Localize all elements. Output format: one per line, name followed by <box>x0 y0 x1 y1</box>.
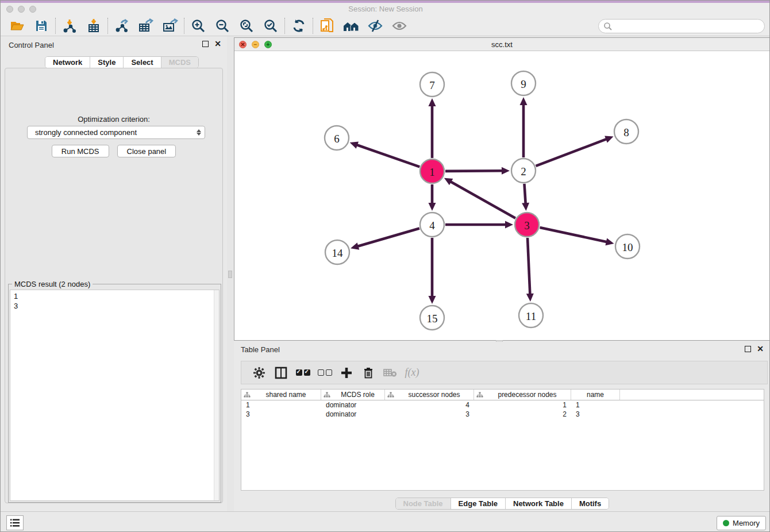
table-cell[interactable]: dominator <box>321 400 385 410</box>
zoom-fit-button[interactable] <box>234 17 259 35</box>
refresh-view-button[interactable] <box>287 17 311 35</box>
import-network-icon <box>62 18 77 33</box>
add-column-button[interactable] <box>336 363 357 383</box>
column-header-mcds-role[interactable]: MCDS role <box>321 390 385 400</box>
search-field[interactable] <box>598 19 765 33</box>
column-tree-icon <box>324 392 330 398</box>
delete-column-button[interactable] <box>357 363 379 383</box>
graph-node-2[interactable]: 2 <box>511 159 536 183</box>
column-header-name[interactable]: name <box>571 390 620 400</box>
table-cell[interactable]: 3 <box>241 410 321 419</box>
divider-grip[interactable] <box>228 271 232 278</box>
export-table-button[interactable] <box>134 17 158 35</box>
table-tab-network-table[interactable]: Network Table <box>505 498 571 509</box>
table-cell[interactable]: 3 <box>385 410 474 419</box>
graph-node-14[interactable]: 14 <box>325 240 349 264</box>
deselect-all-checkboxes-button[interactable] <box>314 363 336 383</box>
graph-node-8[interactable]: 8 <box>614 119 638 144</box>
select-all-checkboxes-button[interactable] <box>292 363 314 383</box>
zoom-in-button[interactable] <box>186 17 210 35</box>
refresh-icon <box>291 18 306 33</box>
table-cell[interactable]: 1 <box>571 400 620 410</box>
save-session-button[interactable] <box>29 17 53 35</box>
edge-arrowhead-icon <box>350 141 359 148</box>
graph-edge-2-8[interactable] <box>536 138 608 165</box>
column-header-predecessor-nodes[interactable]: predecessor nodes <box>474 390 571 400</box>
birds-eye-view-button[interactable] <box>339 17 363 35</box>
graph-node-1[interactable]: 1 <box>420 159 444 183</box>
open-session-button[interactable] <box>5 17 29 35</box>
node-table: shared nameMCDS rolesuccessor nodesprede… <box>241 389 764 491</box>
control-tab-network[interactable]: Network <box>45 57 90 68</box>
run-mcds-button[interactable]: Run MCDS <box>52 145 109 157</box>
control-tab-select[interactable]: Select <box>123 57 160 68</box>
export-network-button[interactable] <box>110 17 134 35</box>
zoom-selected-button[interactable] <box>259 17 283 35</box>
graph-node-3[interactable]: 3 <box>515 213 539 237</box>
graph-edge-4-14[interactable] <box>357 228 419 246</box>
split-columns-button[interactable] <box>270 363 292 383</box>
float-panel-icon[interactable] <box>202 41 209 47</box>
import-network-button[interactable] <box>57 17 82 35</box>
eye-slash-icon <box>367 19 383 33</box>
close-table-panel-icon[interactable]: ✕ <box>757 346 764 352</box>
show-panels-button[interactable] <box>6 515 24 530</box>
graph-node-4[interactable]: 4 <box>420 213 444 237</box>
network-canvas[interactable]: 7968124314101511 <box>234 51 769 340</box>
column-header-successor-nodes[interactable]: successor nodes <box>385 390 474 400</box>
memory-button[interactable]: Memory <box>717 516 766 530</box>
table-cell[interactable]: 2 <box>474 410 571 419</box>
panel-divider[interactable] <box>227 36 234 511</box>
graph-edge-2-3[interactable] <box>524 184 525 205</box>
criterion-dropdown[interactable]: strongly connected component <box>27 126 205 139</box>
edge-arrowhead-icon <box>502 167 510 175</box>
graph-node-10[interactable]: 10 <box>615 234 640 259</box>
import-table-button[interactable] <box>82 17 106 35</box>
graph-node-15[interactable]: 15 <box>420 306 444 330</box>
search-input[interactable] <box>613 21 764 32</box>
table-panel-tabs: Node TableEdge TableNetwork TableMotifs <box>395 498 610 510</box>
control-tab-style[interactable]: Style <box>90 57 123 68</box>
close-panel-icon[interactable]: ✕ <box>214 41 221 47</box>
table-row[interactable]: 3dominator323 <box>241 410 764 419</box>
column-header-label: MCDS role <box>333 391 382 399</box>
mcds-result-textarea[interactable]: 13 <box>10 290 220 501</box>
result-scrollbar[interactable] <box>214 290 219 500</box>
table-cell[interactable]: dominator <box>321 410 385 419</box>
graph-edge-3-10[interactable] <box>540 228 607 242</box>
zoom-fit-icon <box>239 18 254 33</box>
graph-node-label: 1 <box>429 166 435 178</box>
control-tab-mcds[interactable]: MCDS <box>161 57 198 68</box>
graph-node-7[interactable]: 7 <box>420 72 444 97</box>
column-tree-icon <box>476 392 483 398</box>
clone-network-button[interactable] <box>315 17 339 35</box>
unchecked-box-icon <box>318 369 324 376</box>
graph-node-11[interactable]: 11 <box>519 303 543 327</box>
show-graphics-details-button[interactable] <box>387 17 411 35</box>
edge-arrowhead-icon <box>429 98 436 106</box>
table-tab-motifs[interactable]: Motifs <box>571 498 609 509</box>
graph-edge-3-11[interactable] <box>528 238 530 295</box>
table-cell[interactable]: 4 <box>385 400 474 410</box>
table-cell[interactable]: 3 <box>571 410 620 419</box>
graph-edge-3-1[interactable] <box>449 181 515 218</box>
export-image-button[interactable] <box>158 17 182 35</box>
graph-node-label: 2 <box>521 165 526 178</box>
graph-edge-1-2[interactable] <box>445 171 503 171</box>
table-tab-edge-table[interactable]: Edge Table <box>451 498 505 509</box>
close-panel-button[interactable]: Close panel <box>117 145 176 157</box>
table-cell[interactable]: 1 <box>474 400 571 410</box>
table-row[interactable]: 1dominator411 <box>241 400 764 410</box>
table-cell[interactable]: 1 <box>241 400 321 410</box>
table-settings-button[interactable] <box>248 363 270 383</box>
table-panel: Table Panel ✕ <box>234 342 770 511</box>
float-table-panel-icon[interactable] <box>745 346 751 352</box>
table-tab-node-table[interactable]: Node Table <box>396 498 451 509</box>
zoom-out-button[interactable] <box>210 17 234 35</box>
hide-graphics-details-button[interactable] <box>363 17 387 35</box>
graph-node-9[interactable]: 9 <box>511 71 536 95</box>
graph-edge-1-6[interactable] <box>356 145 419 167</box>
export-image-icon <box>162 18 178 33</box>
graph-node-6[interactable]: 6 <box>325 126 349 150</box>
column-header-shared-name[interactable]: shared name <box>241 390 321 400</box>
